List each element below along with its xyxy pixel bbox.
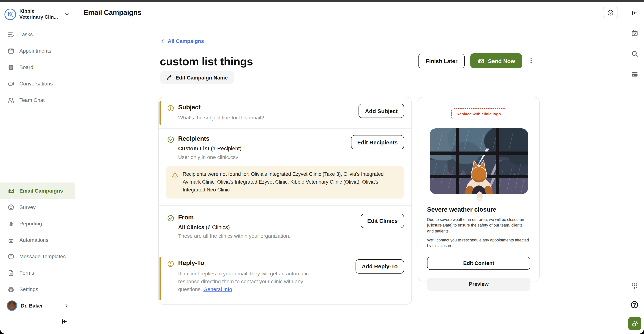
conversations-icon (8, 80, 14, 87)
preview-email-body-1: Due to severe weather in our area, we wi… (427, 217, 530, 234)
incomplete-indicator-bar (160, 257, 161, 300)
sidebar-nav-secondary: Email Campaigns Survey Reporting Automat… (0, 183, 75, 297)
sidebar: K( Kibble Veterinary Clin... Tasks Appoi… (0, 2, 75, 334)
mark-complete-button[interactable] (603, 7, 618, 18)
sidebar-item-survey[interactable]: Survey (0, 199, 75, 215)
forms-icon (8, 269, 14, 276)
recipients-value: Custom List (1 Recipient) (178, 145, 351, 151)
from-value: All Clinics (6 Clinics) (178, 224, 361, 230)
from-section: From All Clinics (6 Clinics) These are a… (159, 206, 412, 253)
desktop-background: K( Kibble Veterinary Clin... Tasks Appoi… (0, 0, 644, 334)
paw-icon (630, 319, 638, 328)
edit-campaign-name-button[interactable]: Edit Campaign Name (160, 71, 234, 84)
sidebar-item-email-campaigns[interactable]: Email Campaigns (0, 183, 75, 199)
automations-icon (8, 236, 14, 244)
recipients-section: Recipients Custom List (1 Recipient) Use… (159, 129, 412, 205)
circle-check-icon (167, 136, 174, 143)
recipients-file: User only in one clinic.csv (178, 153, 351, 161)
add-reply-to-button[interactable]: Add Reply-To (355, 259, 404, 274)
sidebar-item-team-chat[interactable]: Team Chat (0, 92, 75, 108)
page-header: Email Campaigns (75, 2, 624, 23)
sidebar-item-appointments[interactable]: Appointments (0, 43, 75, 59)
sidebar-item-tasks[interactable]: Tasks (0, 26, 75, 43)
user-name: Dr. Baker (21, 303, 43, 308)
gear-icon (8, 286, 14, 293)
circle-alert-icon (167, 104, 174, 112)
sidebar-item-message-templates[interactable]: Message Templates (0, 248, 75, 265)
org-switcher[interactable]: K( Kibble Veterinary Clin... (0, 2, 75, 26)
pencil-icon (166, 75, 172, 80)
recipients-warning-box: Recipients were not found for: Olivia's … (166, 166, 404, 199)
clinic-logo-placeholder[interactable]: Replace with clinic logo (451, 108, 506, 119)
right-rail (624, 2, 644, 334)
more-options-button[interactable] (527, 57, 535, 65)
reporting-icon (8, 220, 14, 227)
sidebar-item-automations[interactable]: Automations (0, 232, 75, 248)
subject-title: Subject (178, 104, 359, 111)
add-subject-button[interactable]: Add Subject (359, 104, 404, 118)
circle-check-icon (167, 215, 174, 222)
campaign-settings-card: Subject What's the subject line for this… (158, 97, 412, 304)
send-now-button[interactable]: Send Now (470, 53, 522, 68)
apps-grid-icon[interactable] (628, 279, 641, 292)
finish-later-button[interactable]: Finish Later (418, 54, 465, 68)
sidebar-item-reporting[interactable]: Reporting (0, 215, 75, 232)
back-chevron-icon (160, 39, 165, 44)
chevron-down-icon (64, 11, 70, 17)
support-paw-button[interactable] (628, 317, 641, 330)
storm-illustration (430, 128, 528, 201)
appointments-icon (8, 47, 14, 54)
email-campaigns-icon (8, 187, 14, 194)
app-window: K( Kibble Veterinary Clin... Tasks Appoi… (0, 0, 644, 334)
org-name: Kibble Veterinary Clin... (20, 8, 58, 20)
triangle-alert-icon (172, 171, 178, 194)
calendar-check-icon[interactable] (628, 27, 641, 40)
search-icon[interactable] (628, 47, 641, 60)
survey-icon (8, 204, 14, 211)
page-title-header: Email Campaigns (84, 9, 142, 17)
reply-to-title: Reply-To (178, 259, 355, 267)
edit-recipients-button[interactable]: Edit Recipients (351, 135, 404, 149)
preview-email-body-2: We'll contact you to reschedule any appo… (427, 237, 530, 249)
preview-email-title: Severe weather closure (427, 206, 530, 214)
message-templates-icon (8, 253, 14, 260)
sidebar-collapse-row (0, 314, 75, 329)
window-top-strip (0, 0, 644, 2)
from-title: From (178, 214, 361, 221)
campaign-content: All Campaigns custom list things Edit Ca… (75, 23, 624, 334)
general-info-link[interactable]: General Info (203, 286, 232, 292)
user-avatar (7, 300, 17, 311)
recipients-title: Recipients (178, 135, 351, 142)
circle-check-icon (607, 9, 614, 16)
preview-button[interactable]: Preview (427, 278, 530, 291)
circle-alert-icon (167, 260, 174, 268)
incomplete-indicator-bar (160, 101, 161, 125)
sidebar-item-conversations[interactable]: Conversations (0, 75, 75, 92)
edit-content-button[interactable]: Edit Content (427, 257, 530, 270)
tasks-icon (8, 31, 14, 38)
campaign-actions: Finish Later Send Now (418, 53, 535, 68)
sidebar-item-board[interactable]: Board (0, 59, 75, 75)
email-preview-card: Replace with clinic logo (418, 97, 540, 281)
sidebar-item-settings[interactable]: Settings (0, 281, 75, 297)
reply-to-section: Reply-To If a client replies to your ema… (159, 253, 412, 304)
send-mail-icon (478, 57, 485, 64)
billing-card-icon[interactable] (628, 68, 641, 81)
chevron-right-icon (64, 303, 69, 308)
recipients-warning-text: Recipients were not found for: Olivia's … (182, 171, 399, 194)
main-area: Email Campaigns All Campaigns custom lis… (75, 2, 624, 334)
collapse-sidebar-icon[interactable] (61, 318, 68, 324)
from-description: These are all the clinics within your or… (178, 232, 361, 240)
team-chat-icon (8, 96, 14, 104)
edit-clinics-button[interactable]: Edit Clinics (361, 214, 404, 228)
help-icon[interactable] (628, 298, 641, 311)
breadcrumb[interactable]: All Campaigns (160, 38, 204, 44)
org-logo: K( (4, 9, 16, 20)
collapse-panel-icon[interactable] (628, 6, 641, 20)
reply-to-description: If a client replies to your email, they … (178, 270, 320, 293)
org-initials: K( (8, 12, 12, 17)
board-icon (8, 64, 14, 71)
user-menu[interactable]: Dr. Baker (0, 297, 75, 314)
sidebar-item-forms[interactable]: Forms (0, 265, 75, 281)
subject-section: Subject What's the subject line for this… (159, 97, 412, 128)
